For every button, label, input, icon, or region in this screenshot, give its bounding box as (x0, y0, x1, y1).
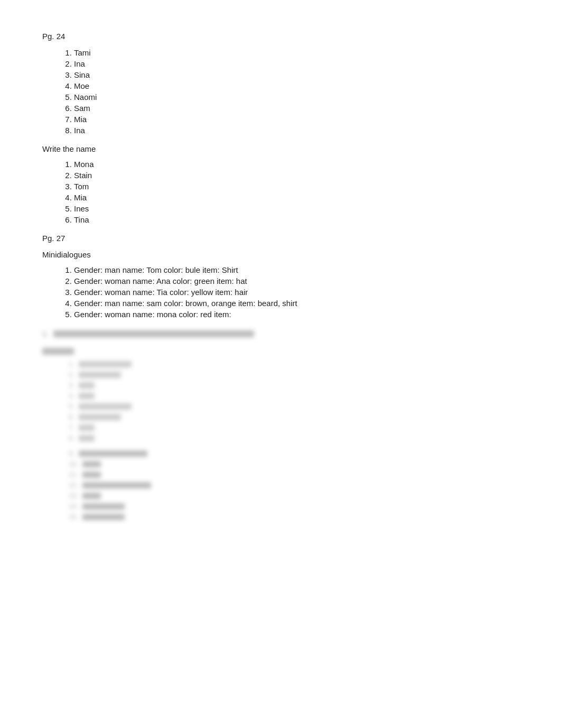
list1-item-8: Ina (74, 126, 519, 135)
minidialogues-item-2: Gender: woman name: Ana color: green ite… (74, 277, 519, 285)
minidialogues-item-4: Gender: man name: sam color: brown, oran… (74, 299, 519, 308)
minidialogues-item-3: Gender: woman name: Tia color: yellow it… (74, 288, 519, 297)
blurred-section: 6. 1. 2. 3. 4. 5. 6. (42, 329, 519, 521)
page27-heading: Pg. 27 (42, 234, 519, 243)
list1-item-5: Naomi (74, 93, 519, 102)
minidialogues-item-1: Gender: man name: Tom color: bule item: … (74, 265, 519, 274)
minidialogues-list: Gender: man name: Tom color: bule item: … (74, 265, 519, 319)
minidialogues-label: Minidialogues (42, 250, 519, 259)
list2-item-2: Stain (74, 171, 519, 180)
list1-item-4: Moe (74, 81, 519, 90)
list1-item-3: Sina (74, 70, 519, 79)
list2-item-1: Mona (74, 160, 519, 169)
write-label: Write the name (42, 144, 519, 153)
page24-heading: Pg. 24 (42, 32, 519, 41)
list1-item-2: Ina (74, 59, 519, 68)
list2-item-4: Mia (74, 193, 519, 202)
list2-item-5: Ines (74, 204, 519, 213)
list1-item-1: Tami (74, 48, 519, 57)
list2-item-6: Tina (74, 215, 519, 224)
list1-item-7: Mia (74, 115, 519, 124)
list2: Mona Stain Tom Mia Ines Tina (74, 160, 519, 224)
list1-item-6: Sam (74, 104, 519, 113)
list2-item-3: Tom (74, 182, 519, 191)
list1: Tami Ina Sina Moe Naomi Sam Mia Ina (74, 48, 519, 135)
minidialogues-item-5: Gender: woman name: mona color: red item… (74, 310, 519, 319)
